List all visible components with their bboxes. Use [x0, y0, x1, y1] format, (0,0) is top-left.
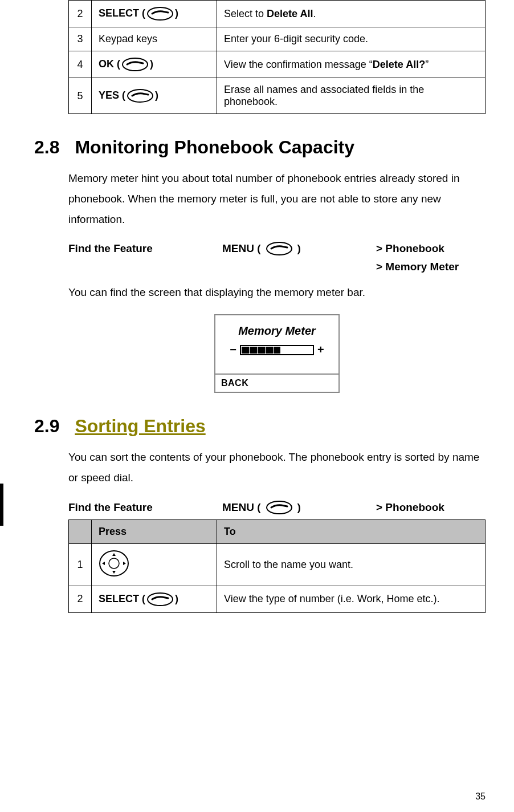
- step-to: Erase all names and associated fields in…: [217, 78, 486, 114]
- section-2-8-body: Memory meter hint you about total number…: [68, 168, 486, 230]
- minus-icon: −: [230, 343, 236, 356]
- find-feature-label: Find the Feature: [68, 242, 222, 255]
- step-num: 2: [69, 1, 92, 27]
- feature-row-2-9: Find the Feature MENU ( ) > Phonebook: [68, 500, 486, 515]
- step-num: 5: [69, 78, 92, 114]
- header-blank: [69, 519, 92, 543]
- feature-path: > Phonebook: [376, 501, 444, 514]
- table-header-row: Press To: [69, 519, 486, 543]
- plus-icon: +: [317, 343, 324, 356]
- step-num: 3: [69, 27, 92, 51]
- bar-segment-filled: [274, 347, 281, 354]
- step-num: 2: [69, 586, 92, 612]
- menu-label: MENU ( ): [222, 500, 376, 515]
- header-to: To: [217, 519, 486, 543]
- step-press: OK (): [92, 51, 217, 78]
- memory-meter-bar: [240, 345, 314, 355]
- memory-meter-title: Memory Meter: [221, 324, 333, 338]
- step-press: YES (): [92, 78, 217, 114]
- step-to: Scroll to the name you want.: [217, 543, 486, 586]
- section-2-8-title: 2.8 Monitoring Phonebook Capacity: [34, 137, 486, 158]
- bar-segment-empty: [281, 347, 288, 354]
- step-to: View the type of number (i.e. Work, Home…: [217, 586, 486, 612]
- table-row: 5 YES () Erase all names and associated …: [69, 78, 486, 114]
- section-2-9-title: 2.9 Sorting Entries: [34, 416, 486, 437]
- button-oval-icon: [266, 241, 293, 256]
- step-to: Select to Delete All.: [217, 1, 486, 27]
- table-row: 2 SELECT () View the type of number (i.e…: [69, 586, 486, 612]
- bar-segment-empty: [289, 347, 296, 354]
- bar-segment-empty: [305, 347, 312, 354]
- bar-segment-filled: [242, 347, 249, 354]
- page-number: 35: [475, 791, 486, 802]
- bar-segment-empty: [297, 347, 304, 354]
- section-2-8-after: You can find the screen that displaying …: [68, 282, 486, 303]
- bar-segment-filled: [266, 347, 273, 354]
- svg-point-6: [109, 558, 119, 569]
- step-num: 1: [69, 543, 92, 586]
- svg-marker-10: [123, 562, 126, 565]
- table-row: 2 SELECT () Select to Delete All.: [69, 1, 486, 27]
- find-feature-label: Find the Feature: [68, 501, 222, 514]
- bar-segment-filled: [250, 347, 257, 354]
- steps-table-1: 2 SELECT () Select to Delete All. 3 Keyp…: [68, 0, 486, 114]
- svg-marker-7: [112, 553, 116, 556]
- section-2-9-link[interactable]: Sorting Entries: [75, 416, 205, 436]
- table-row: 1 Scroll to the name you want.: [69, 543, 486, 586]
- step-press: [92, 543, 217, 586]
- step-to: Enter your 6-digit security code.: [217, 27, 486, 51]
- side-tab-marker: [0, 484, 3, 526]
- step-num: 4: [69, 51, 92, 78]
- feature-path: > Phonebook: [376, 242, 444, 255]
- svg-marker-8: [112, 571, 116, 574]
- steps-table-2: Press To 1 Scroll to the name you want.: [68, 519, 486, 613]
- bar-segment-filled: [258, 347, 265, 354]
- back-label: BACK: [215, 373, 338, 392]
- button-oval-icon: [146, 6, 174, 21]
- menu-label: MENU ( ): [222, 241, 376, 256]
- button-oval-icon: [266, 500, 293, 515]
- button-oval-icon: [146, 592, 174, 607]
- button-oval-icon: [127, 88, 154, 103]
- step-press: SELECT (): [92, 1, 217, 27]
- feature-row-2-8: Find the Feature MENU ( ) > Phonebook: [68, 241, 486, 256]
- feature-subpath: > Memory Meter: [376, 261, 486, 273]
- step-to: View the confirmation message “Delete Al…: [217, 51, 486, 78]
- table-row: 3 Keypad keys Enter your 6-digit securit…: [69, 27, 486, 51]
- button-oval-icon: [121, 57, 149, 72]
- navigation-key-icon: [99, 550, 129, 580]
- table-row: 4 OK () View the confirmation message “D…: [69, 51, 486, 78]
- section-2-9-body: You can sort the contents of your phoneb…: [68, 447, 486, 488]
- phone-screen-mockup: Memory Meter − + BACK: [214, 314, 340, 393]
- header-press: Press: [92, 519, 217, 543]
- svg-marker-9: [102, 562, 105, 565]
- step-press: SELECT (): [92, 586, 217, 612]
- step-press: Keypad keys: [92, 27, 217, 51]
